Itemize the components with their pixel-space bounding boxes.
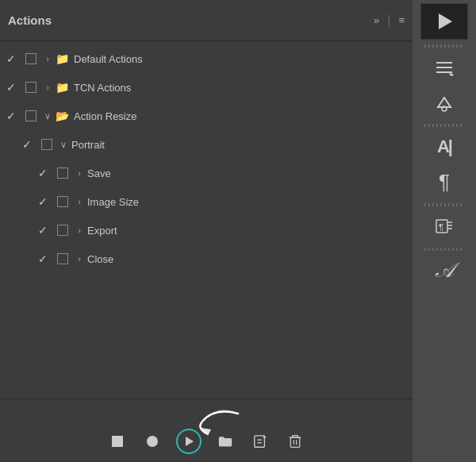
svg-text:¶: ¶ [439, 222, 443, 232]
checkbox[interactable] [54, 196, 71, 207]
action-row[interactable]: ✓ › 📁 Default Actions [0, 44, 413, 73]
folder-icon: 📁 [56, 52, 69, 65]
expand-icon[interactable]: › [40, 83, 56, 92]
expand-icon[interactable]: ∨ [40, 111, 56, 121]
sidebar-divider-2 [424, 124, 464, 127]
checkbox[interactable] [22, 53, 40, 64]
checkbox[interactable] [22, 82, 40, 93]
action-label: Image Size [87, 196, 406, 208]
sidebar-divider-4 [424, 248, 464, 251]
folder-icon: 📂 [56, 110, 69, 122]
action-row[interactable]: ✓ › Image Size [0, 187, 413, 216]
right-sidebar: A| ¶ ¶ 𝒜 [413, 0, 476, 462]
action-label: Close [87, 253, 406, 265]
action-row[interactable]: ✓ › 📁 TCN Actions [0, 73, 413, 102]
svg-point-2 [147, 436, 158, 447]
sidebar-paragraph-tool[interactable]: ¶ [420, 165, 468, 198]
expand-panel-icon[interactable]: » [374, 14, 379, 26]
checkbox[interactable] [22, 110, 40, 121]
sidebar-divider-1 [424, 44, 464, 48]
expand-icon[interactable]: ∨ [56, 140, 71, 150]
check-mark[interactable]: ✓ [32, 252, 54, 265]
action-label: Default Actions [74, 53, 406, 65]
bottom-toolbar [0, 398, 413, 462]
action-label: Export [87, 225, 406, 237]
new-action-button[interactable] [249, 430, 271, 452]
sidebar-divider-3 [424, 203, 464, 206]
sidebar-type2-tool[interactable]: ¶ [420, 210, 468, 243]
sidebar-eraser-tool[interactable] [420, 86, 468, 119]
checkbox[interactable] [38, 139, 56, 150]
record-button[interactable] [141, 430, 163, 452]
actions-list: ✓ › 📁 Default Actions ✓ › 📁 TCN Actions … [0, 41, 413, 398]
check-mark[interactable]: ✓ [32, 167, 54, 179]
panel-title: Actions [8, 13, 374, 27]
expand-icon[interactable]: › [71, 197, 87, 206]
check-mark[interactable]: ✓ [0, 110, 22, 122]
sidebar-calligraphic-tool[interactable]: 𝒜 [420, 254, 468, 287]
undo-arrow-annotation [190, 406, 246, 441]
action-label: Action Resize [74, 110, 406, 122]
actions-panel: Actions » | ≡ ✓ › 📁 Default Actions ✓ › … [0, 0, 413, 462]
expand-icon[interactable]: › [40, 54, 56, 64]
check-mark[interactable]: ✓ [0, 81, 22, 94]
checkbox[interactable] [54, 253, 71, 264]
action-row[interactable]: ✓ ∨ 📂 Action Resize [0, 102, 413, 130]
svg-rect-1 [112, 436, 123, 447]
svg-rect-4 [255, 436, 265, 447]
svg-rect-10 [290, 437, 299, 447]
action-row[interactable]: ✓ ∨ Portrait [0, 130, 413, 159]
expand-icon[interactable]: › [71, 168, 87, 178]
sidebar-type-tool[interactable]: A| [420, 130, 468, 164]
check-mark[interactable]: ✓ [32, 195, 54, 208]
expand-icon[interactable]: › [71, 225, 87, 235]
action-label: Save [87, 167, 406, 179]
sidebar-play-button[interactable] [420, 3, 468, 40]
sidebar-brush-tool[interactable] [420, 51, 468, 84]
action-row[interactable]: ✓ › Export [0, 216, 413, 244]
action-row[interactable]: ✓ › Close [0, 244, 413, 273]
stop-button[interactable] [106, 430, 129, 452]
expand-icon[interactable]: › [71, 254, 87, 264]
action-row[interactable]: ✓ › Save [0, 159, 413, 187]
check-mark[interactable]: ✓ [32, 224, 54, 237]
header-icons: » | ≡ [374, 13, 405, 28]
checkbox[interactable] [54, 225, 71, 236]
header-divider: | [387, 13, 390, 28]
action-label: Portrait [71, 139, 406, 151]
check-mark[interactable]: ✓ [16, 138, 38, 151]
svg-marker-13 [439, 13, 452, 29]
checkbox[interactable] [54, 167, 71, 179]
action-label: TCN Actions [74, 82, 406, 94]
folder-icon: 📁 [56, 81, 69, 94]
check-mark[interactable]: ✓ [0, 52, 22, 65]
delete-action-button[interactable] [284, 430, 306, 452]
panel-menu-icon[interactable]: ≡ [398, 14, 405, 26]
panel-header: Actions » | ≡ [0, 0, 413, 41]
